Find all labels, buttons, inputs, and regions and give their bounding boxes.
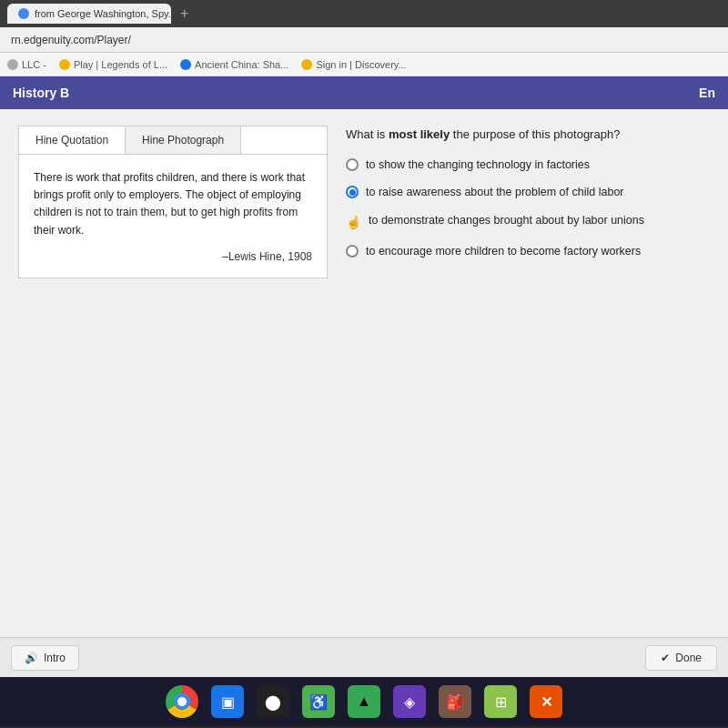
content-body: Hine Quotation Hine Photograph There is …	[18, 126, 710, 373]
checkmark-icon: ✔	[661, 652, 670, 664]
url-text: rn.edgenuity.com/Player/	[11, 34, 131, 46]
answer-option-c[interactable]: ☝ to demonstrate changes brought about b…	[346, 212, 710, 232]
tab-favicon-icon	[18, 8, 29, 19]
tab-title: from George Washington, Spy...	[35, 8, 171, 19]
answer-option-a[interactable]: to show the changing technology in facto…	[346, 157, 710, 174]
bookmark-legends-label: Play | Legends of L...	[74, 59, 167, 70]
bookmark-discovery[interactable]: Sign in | Discovery...	[301, 59, 406, 70]
taskbar: ▣ ⬤ ♿ ▲ ◈ 🎒 ⊞ ✕	[0, 677, 728, 726]
bookmark-china-label: Ancient China: Sha...	[195, 59, 288, 70]
question-text: What is most likely the purpose of this …	[346, 126, 710, 144]
taskbar-bag-icon[interactable]: 🎒	[439, 685, 471, 718]
bookmark-llc-icon	[7, 59, 18, 70]
answer-d-text: to encourage more children to become fac…	[366, 243, 641, 260]
app-title: History B	[13, 86, 69, 100]
address-bar[interactable]: rn.edgenuity.com/Player/	[0, 27, 728, 53]
radio-d[interactable]	[346, 245, 359, 258]
speaker-icon: 🔊	[25, 652, 38, 664]
hand-icon: ☝	[346, 213, 361, 232]
browser-top-bar: from George Washington, Spy... ✕ +	[0, 0, 728, 27]
taskbar-greenapp-icon[interactable]: ⊞	[484, 685, 517, 718]
done-button[interactable]: ✔ Done	[645, 645, 717, 671]
done-label: Done	[675, 652, 702, 664]
app-header-right: En	[699, 86, 715, 100]
bookmark-legends-icon	[59, 59, 70, 70]
tab-hine-photograph[interactable]: Hine Photograph	[126, 126, 241, 154]
bookmark-discovery-icon	[301, 59, 312, 70]
intro-button[interactable]: 🔊 Intro	[11, 645, 79, 671]
taskbar-chrome-icon[interactable]	[166, 685, 198, 718]
answer-a-text: to show the changing technology in facto…	[366, 157, 590, 174]
main-content: Hine Quotation Hine Photograph There is …	[0, 109, 728, 637]
radio-a[interactable]	[346, 158, 359, 171]
taskbar-xapp-icon[interactable]: ✕	[530, 685, 562, 718]
bookmark-legends[interactable]: Play | Legends of L...	[59, 59, 167, 70]
tabs-container: Hine Quotation Hine Photograph	[18, 126, 328, 155]
bottom-bar: 🔊 Intro ✔ Done	[0, 637, 728, 677]
app-header: History B En	[0, 76, 728, 109]
radio-b[interactable]	[346, 186, 359, 198]
empty-space	[18, 373, 710, 621]
answer-c-text: to demonstrate changes brought about by …	[369, 212, 644, 229]
answer-option-d[interactable]: to encourage more children to become fac…	[346, 243, 710, 260]
quote-box: There is work that profits children, and…	[18, 155, 328, 278]
bookmark-llc[interactable]: LLC -	[7, 59, 46, 70]
new-tab-icon[interactable]: +	[180, 5, 188, 22]
taskbar-drive-icon[interactable]: ▲	[348, 685, 380, 718]
answer-b-text: to raise awareness about the problem of …	[366, 184, 624, 201]
taskbar-camera-icon[interactable]: ⬤	[257, 685, 289, 718]
bookmark-china[interactable]: Ancient China: Sha...	[180, 59, 288, 70]
right-panel: What is most likely the purpose of this …	[346, 126, 710, 373]
quote-text: There is work that profits children, and…	[34, 169, 312, 239]
bookmarks-bar: LLC - Play | Legends of L... Ancient Chi…	[0, 53, 728, 76]
taskbar-accessibility-icon[interactable]: ♿	[302, 685, 335, 718]
question-bold: most likely	[389, 127, 450, 141]
quote-attribution: –Lewis Hine, 1908	[34, 250, 312, 263]
taskbar-files-icon[interactable]: ▣	[211, 685, 244, 718]
bookmark-llc-label: LLC -	[22, 59, 46, 70]
intro-label: Intro	[44, 652, 66, 664]
left-panel: Hine Quotation Hine Photograph There is …	[18, 126, 328, 373]
tab-hine-quotation[interactable]: Hine Quotation	[19, 126, 126, 154]
taskbar-diag-icon[interactable]: ◈	[393, 685, 426, 718]
answer-option-b[interactable]: to raise awareness about the problem of …	[346, 184, 710, 201]
bookmark-china-icon	[180, 59, 191, 70]
bookmark-discovery-label: Sign in | Discovery...	[316, 59, 406, 70]
browser-tab[interactable]: from George Washington, Spy... ✕	[7, 4, 171, 24]
